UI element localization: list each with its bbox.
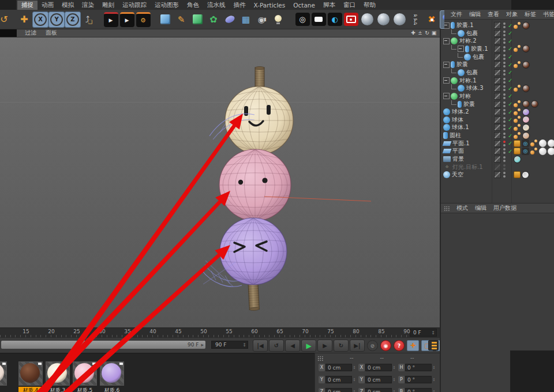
menu-item-脚本[interactable]: 脚本	[319, 1, 339, 10]
material-tag-icon[interactable]	[522, 124, 530, 131]
material-thumbnail[interactable]	[100, 361, 124, 386]
deformer-button[interactable]	[222, 11, 238, 28]
pan-icon[interactable]: ✚	[410, 30, 416, 36]
menu-item-插件[interactable]: 插件	[230, 1, 250, 10]
compositing-tag-icon[interactable]	[514, 148, 521, 154]
enabled-check-icon[interactable]: ✓	[508, 109, 512, 115]
object-row-胶囊.1[interactable]: 胶囊.1✓	[441, 21, 554, 29]
undo-icon[interactable]: ↺	[0, 11, 16, 28]
enabled-check-icon[interactable]: ✓	[508, 30, 512, 36]
object-row-圆柱[interactable]: 圆柱✓	[441, 131, 554, 140]
material-tag-icon[interactable]	[522, 85, 530, 92]
visibility-dots[interactable]	[503, 85, 506, 91]
expander-icon[interactable]	[458, 46, 464, 52]
record-button[interactable]: ⊘	[367, 340, 378, 351]
menu-item-运动跟踪[interactable]: 运动跟踪	[118, 1, 151, 10]
enabled-check-icon[interactable]: ✓	[508, 133, 512, 139]
enabled-check-icon[interactable]: ✓	[508, 54, 512, 60]
stepper-icon[interactable]: ↕	[353, 378, 356, 382]
octane-hdri-button[interactable]: ◐	[327, 11, 343, 28]
render-settings-button[interactable]: ⚙	[135, 11, 151, 28]
stepper-icon[interactable]: ↕	[392, 365, 396, 370]
next-frame-button[interactable]: ▶	[317, 340, 332, 352]
coord-header-select-1[interactable]: --	[380, 355, 384, 361]
enabled-check-icon[interactable]: ✓	[508, 93, 512, 99]
stepper-icon[interactable]: ↕	[353, 390, 356, 392]
object-row-包裹[interactable]: 包裹✓	[441, 53, 554, 61]
light-button[interactable]	[270, 11, 286, 28]
phong-tag-icon[interactable]	[514, 116, 521, 123]
material-材质.4[interactable]: 材质.4	[18, 361, 43, 392]
layer-icon[interactable]	[494, 116, 501, 123]
viewport[interactable]: 过滤 面板 ✚±↻▣ 网格间距：100 cm	[0, 29, 440, 327]
layer-icon[interactable]	[494, 22, 501, 29]
object-row-天空[interactable]: 天空	[441, 171, 554, 179]
enabled-check-icon[interactable]: ✓	[508, 69, 512, 76]
timeline-range-slider[interactable]: 90 F ▸	[1, 341, 205, 349]
octane-camera-button[interactable]	[343, 11, 359, 28]
layer-icon[interactable]	[494, 132, 501, 139]
expander-icon[interactable]	[443, 62, 450, 68]
render-view-button[interactable]: ▶	[103, 11, 119, 28]
visibility-dots[interactable]	[503, 148, 506, 154]
stepper-icon[interactable]: ↕	[242, 342, 248, 348]
visibility-dots[interactable]	[503, 133, 506, 138]
render-picture-viewer-button[interactable]: ▶	[119, 11, 135, 28]
object-row-对称.1[interactable]: 对称.1✓	[441, 77, 554, 85]
phong-tag-icon[interactable]	[514, 100, 521, 108]
spline-pen-button[interactable]: ✎	[173, 11, 189, 28]
layer-icon[interactable]	[494, 156, 501, 163]
visibility-dots[interactable]	[503, 93, 506, 99]
previous-frame-button[interactable]: ◀	[285, 340, 300, 352]
layer-icon[interactable]	[494, 77, 501, 84]
menu-item-运动图形[interactable]: 运动图形	[151, 1, 183, 10]
layer-icon[interactable]	[494, 124, 501, 131]
target-tag-icon[interactable]: ◎	[522, 140, 529, 147]
material-thumbnail[interactable]	[73, 361, 97, 386]
xyz-transfer-button[interactable]: x›y›z›	[407, 11, 424, 28]
om-menu-标签[interactable]: 标签	[521, 10, 540, 18]
layer-icon[interactable]	[494, 171, 501, 178]
object-row-球体.3[interactable]: 球体.3✓	[441, 84, 554, 92]
floor-button[interactable]: ▦	[238, 11, 254, 28]
object-row-球体[interactable]: 球体✓	[441, 116, 554, 124]
coordinate-system-button[interactable]: ⤴❏	[81, 11, 97, 28]
current-frame-field[interactable]: 90 F ↕	[211, 341, 248, 349]
object-row-平面[interactable]: 平面✓◎	[441, 147, 554, 155]
am-menu-用户数据[interactable]: 用户数据	[490, 204, 520, 212]
menu-item-帮助[interactable]: 帮助	[360, 1, 380, 10]
generator-button[interactable]	[189, 11, 205, 28]
om-menu-对象[interactable]: 对象	[503, 10, 521, 18]
visibility-dots[interactable]	[503, 156, 506, 162]
panel-handle-icon[interactable]	[317, 356, 323, 361]
material-tag-icon[interactable]	[522, 61, 530, 69]
layer-manager-button[interactable]	[428, 340, 439, 350]
dynamics-button[interactable]: ↓	[440, 10, 444, 29]
enabled-check-icon[interactable]: ✓	[508, 148, 512, 154]
enabled-check-icon[interactable]: ✓	[508, 101, 512, 107]
panel-handle-icon[interactable]	[444, 206, 450, 211]
enabled-check-icon[interactable]: ✓	[508, 62, 512, 68]
visibility-dots[interactable]	[503, 141, 506, 146]
object-row-球体.2[interactable]: 球体.2✓	[441, 108, 554, 116]
texture-tag-icon[interactable]	[539, 140, 546, 147]
texture-tag-icon[interactable]	[539, 148, 546, 155]
om-menu-书签[interactable]: 书签	[540, 10, 554, 18]
enabled-check-icon[interactable]: ✓	[508, 22, 512, 29]
visibility-dots[interactable]	[503, 62, 506, 67]
expander-icon[interactable]	[443, 93, 450, 99]
camera-button[interactable]: ◉▮	[254, 11, 270, 28]
enabled-check-icon[interactable]: ✓	[508, 38, 512, 44]
phong-tag-icon[interactable]	[514, 108, 521, 116]
coord-value-field[interactable]: 0 °	[405, 364, 432, 371]
phong-tag-icon[interactable]	[514, 45, 521, 52]
am-menu-编辑[interactable]: 编辑	[471, 204, 490, 212]
object-row-球体.1[interactable]: 球体.1✓	[441, 123, 554, 131]
visibility-dots[interactable]	[503, 70, 506, 76]
stepper-icon[interactable]: ↕	[392, 390, 396, 392]
menu-item-窗口[interactable]: 窗口	[339, 1, 360, 10]
texture-tag-icon[interactable]	[548, 140, 554, 147]
layer-icon[interactable]	[494, 85, 501, 92]
layer-icon[interactable]	[494, 69, 501, 76]
play-button[interactable]: ▶	[301, 340, 316, 352]
